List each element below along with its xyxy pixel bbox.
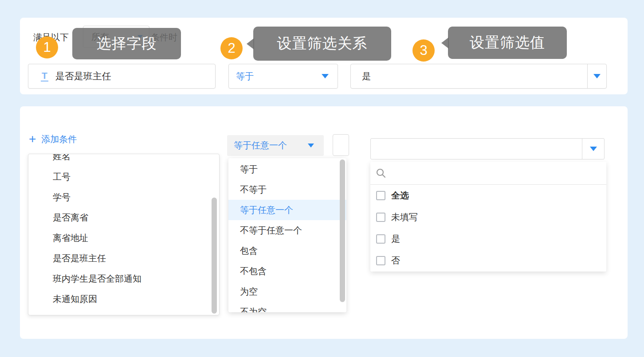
callout-number: 3 <box>420 43 427 58</box>
value-option-label: 全选 <box>391 190 409 202</box>
checkbox-unchecked-icon[interactable] <box>376 234 385 244</box>
relation-option[interactable]: 不等于任意一个 <box>228 220 346 241</box>
field-option[interactable]: 离省地址 <box>28 228 219 248</box>
field-list-scrollbar[interactable] <box>212 198 217 314</box>
callout-number: 1 <box>43 39 51 55</box>
chevron-down-icon <box>308 144 314 147</box>
field-option[interactable]: 是否是班主任 <box>28 248 219 268</box>
value-option[interactable]: 是 <box>370 228 606 250</box>
condition-builder-panel: + 添加条件 姓名 工号 学号 是否离省 离省地址 是否是班主任 班内学生是否全… <box>20 106 628 339</box>
search-icon <box>376 168 386 178</box>
value-select[interactable]: 是 <box>350 64 607 89</box>
callout-badge-2: 2 <box>220 37 243 59</box>
relation-option[interactable]: 等于 <box>228 159 346 179</box>
value-option[interactable]: 未填写 <box>370 206 606 228</box>
filter-settings-screen: 满足以下 所有 条件时 T 是否是班主任 等于 是 1 2 3 选择字段 设置筛… <box>0 0 644 357</box>
relation-select-value: 等于 <box>236 70 322 82</box>
field-option[interactable]: 班内学生是否全部通知 <box>28 268 219 289</box>
relation-dropdown-menu: 等于 不等于 等于任意一个 不等于任意一个 包含 不包含 为空 不为空 <box>228 158 346 312</box>
field-dropdown-list: 姓名 工号 学号 是否离省 离省地址 是否是班主任 班内学生是否全部通知 未通知… <box>28 154 220 315</box>
relation-option[interactable]: 包含 <box>228 241 346 261</box>
value-search-row <box>370 162 606 185</box>
value-multiselect-arrow-cell[interactable] <box>582 139 604 159</box>
relation-select[interactable]: 等于 <box>228 64 338 89</box>
tooltip-set-value: 设置筛选值 <box>448 27 567 59</box>
field-select[interactable]: T 是否是班主任 <box>28 64 216 89</box>
relation-trigger-value: 等于任意一个 <box>234 140 308 151</box>
tooltip-set-relation: 设置筛选关系 <box>253 27 391 61</box>
covered-input-stub <box>333 134 349 156</box>
field-option[interactable]: 工号 <box>28 167 219 187</box>
field-option-list: 姓名 工号 学号 是否离省 离省地址 是否是班主任 班内学生是否全部通知 未通知… <box>28 154 219 309</box>
value-option-select-all[interactable]: 全选 <box>370 185 606 206</box>
field-option[interactable]: 未通知原因 <box>28 289 219 309</box>
relation-option-selected[interactable]: 等于任意一个 <box>228 200 346 220</box>
relation-option[interactable]: 不为空 <box>228 302 346 312</box>
value-option[interactable]: 否 <box>370 250 606 272</box>
tooltip-text: 设置筛选值 <box>470 33 545 53</box>
value-multiselect-trigger[interactable] <box>370 138 605 159</box>
relation-option[interactable]: 不包含 <box>228 261 346 281</box>
value-multiselect-menu: 全选 未填写 是 否 <box>370 162 606 272</box>
relation-option[interactable]: 不等于 <box>228 179 346 200</box>
checkbox-unchecked-icon[interactable] <box>376 256 385 265</box>
field-select-value: 是否是班主任 <box>55 70 111 82</box>
value-option-label: 是 <box>391 233 400 245</box>
add-condition-button[interactable]: + 添加条件 <box>29 133 77 145</box>
relation-option-list: 等于 不等于 等于任意一个 不等于任意一个 包含 不包含 为空 不为空 <box>228 158 346 312</box>
relation-option[interactable]: 为空 <box>228 281 346 302</box>
relation-menu-scrollbar[interactable] <box>340 159 345 302</box>
plus-icon: + <box>29 133 36 145</box>
tooltip-text: 选择字段 <box>97 34 157 54</box>
callout-badge-3: 3 <box>412 39 435 62</box>
callout-number: 2 <box>228 40 235 56</box>
value-select-value: 是 <box>362 70 587 82</box>
value-search-input[interactable] <box>393 168 600 178</box>
relation-dropdown-trigger[interactable]: 等于任意一个 <box>227 135 324 156</box>
chevron-down-icon <box>322 74 329 78</box>
field-option[interactable]: 是否离省 <box>28 207 219 228</box>
chevron-down-icon <box>593 74 601 78</box>
value-select-arrow-cell[interactable] <box>587 64 606 88</box>
checkbox-unchecked-icon[interactable] <box>376 191 385 200</box>
chevron-down-icon <box>590 147 597 151</box>
add-condition-label: 添加条件 <box>41 133 77 145</box>
checkbox-unchecked-icon[interactable] <box>376 213 385 222</box>
callout-badge-1: 1 <box>36 36 58 58</box>
value-option-label: 否 <box>391 255 400 267</box>
tooltip-text: 设置筛选关系 <box>277 34 368 54</box>
field-option[interactable]: 学号 <box>28 187 219 207</box>
value-option-label: 未填写 <box>391 211 418 223</box>
field-option[interactable]: 姓名 <box>28 154 219 167</box>
text-field-icon: T <box>41 71 48 81</box>
tooltip-select-field: 选择字段 <box>72 28 181 59</box>
